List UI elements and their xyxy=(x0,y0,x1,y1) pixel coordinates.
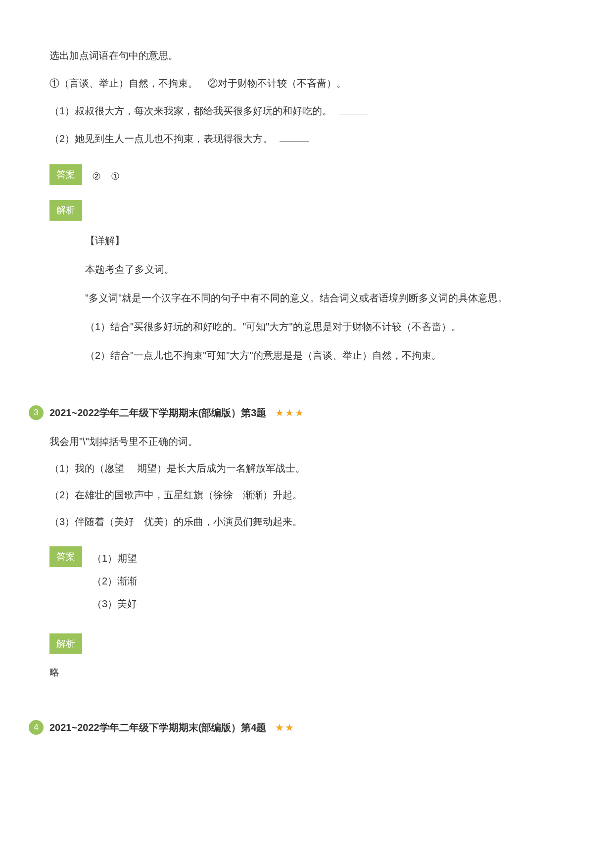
explain-label: 解析 xyxy=(49,200,82,221)
explain-text: 略 xyxy=(49,664,564,680)
explain-row: 解析 xyxy=(49,633,564,654)
answer-item: （3）美好 xyxy=(92,596,564,612)
answer-row: 答案 ② ① xyxy=(49,164,564,185)
answer-list: （1）期望 （2）渐渐 （3）美好 xyxy=(92,546,564,619)
explanation-content: 【详解】 本题考查了多义词。 "多义词"就是一个汉字在不同的句子中有不同的意义。… xyxy=(85,231,564,365)
q3-line3: （3）伴随着（美好 优美）的乐曲，小演员们舞动起来。 xyxy=(49,512,564,531)
q1-line1: （1）叔叔很大方，每次来我家，都给我买很多好玩的和好吃的。 xyxy=(49,100,564,122)
question-title: 2021~2022学年二年级下学期期末(部编版）第4题 xyxy=(49,720,266,735)
detail-header: 【详解】 xyxy=(85,231,564,250)
question-number-badge: 4 xyxy=(29,720,44,735)
q1-intro: 选出加点词语在句中的意思。 xyxy=(49,45,564,66)
question-title: 2021~2022学年二年级下学期期末(部编版）第3题 xyxy=(49,405,266,421)
detail-line: "多义词"就是一个汉字在不同的句子中有不同的意义。结合词义或者语境判断多义词的具… xyxy=(85,288,564,308)
detail-line: 本题考查了多义词。 xyxy=(85,259,564,279)
answer-item: （2）渐渐 xyxy=(92,573,564,589)
difficulty-stars: ★★ xyxy=(275,720,295,735)
answer-row: 答案 （1）期望 （2）渐渐 （3）美好 xyxy=(49,546,564,619)
q1-line2: （2）她见到生人一点儿也不拘束，表现得很大方。 xyxy=(49,128,564,149)
difficulty-stars: ★★★ xyxy=(275,405,305,421)
q1-line2-text: （2）她见到生人一点儿也不拘束，表现得很大方。 xyxy=(49,133,273,144)
answer-value: ② ① xyxy=(92,164,564,185)
answer-label: 答案 xyxy=(49,546,82,567)
question-3-block: 3 2021~2022学年二年级下学期期末(部编版）第3题 ★★★ 我会用"\"… xyxy=(49,405,564,680)
q3-line2: （2）在雄壮的国歌声中，五星红旗（徐徐 渐渐）升起。 xyxy=(49,485,564,505)
q3-content: 我会用"\"划掉括号里不正确的词。 （1）我的（愿望 期望）是长大后成为一名解放… xyxy=(49,432,564,531)
question-1-block: 选出加点词语在句中的意思。 ①（言谈、举止）自然，不拘束。 ②对于财物不计较（不… xyxy=(49,45,564,365)
blank-field[interactable] xyxy=(280,133,309,142)
question-number-badge: 3 xyxy=(29,405,44,420)
explain-row: 解析 xyxy=(49,200,564,221)
detail-line: （2）结合"一点儿也不拘束"可知"大方"的意思是是（言谈、举止）自然，不拘束。 xyxy=(85,345,564,365)
q3-line1: （1）我的（愿望 期望）是长大后成为一名解放军战士。 xyxy=(49,458,564,478)
question-4-block: 4 2021~2022学年二年级下学期期末(部编版）第4题 ★★ xyxy=(49,720,564,735)
question-header: 3 2021~2022学年二年级下学期期末(部编版）第3题 ★★★ xyxy=(49,405,564,421)
answer-label: 答案 xyxy=(49,164,82,185)
question-header: 4 2021~2022学年二年级下学期期末(部编版）第4题 ★★ xyxy=(49,720,564,735)
blank-field[interactable] xyxy=(339,105,369,114)
q1-options: ①（言谈、举止）自然，不拘束。 ②对于财物不计较（不吝啬）。 xyxy=(49,72,564,94)
answer-item: （1）期望 xyxy=(92,550,564,566)
explain-label: 解析 xyxy=(49,633,82,654)
q1-line1-text: （1）叔叔很大方，每次来我家，都给我买很多好玩的和好吃的。 xyxy=(49,105,332,116)
q3-intro: 我会用"\"划掉括号里不正确的词。 xyxy=(49,432,564,451)
detail-line: （1）结合"买很多好玩的和好吃的。"可知"大方"的意思是对于财物不计较（不吝啬）… xyxy=(85,317,564,337)
